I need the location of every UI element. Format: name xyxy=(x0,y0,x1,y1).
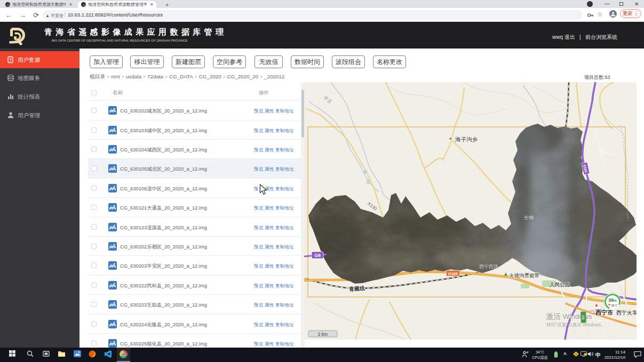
svg-text:中: 中 xyxy=(363,170,368,175)
svg-text:西宁火车: 西宁火车 xyxy=(616,310,637,316)
svg-text:激活 Windows: 激活 Windows xyxy=(546,312,592,320)
svg-text:海子沟乡: 海子沟乡 xyxy=(455,136,478,142)
svg-text:G109: G109 xyxy=(448,271,458,276)
svg-text:2 km: 2 km xyxy=(318,332,328,337)
svg-text:38°C: 38°C xyxy=(611,304,617,307)
svg-text:庄: 庄 xyxy=(366,179,371,184)
svg-text:人民公园: 人民公园 xyxy=(550,281,570,287)
svg-text:转到"设置"以激活 Windows。: 转到"设置"以激活 Windows。 xyxy=(546,322,606,327)
svg-text:西宁西路: 西宁西路 xyxy=(479,264,498,269)
svg-text:生物: 生物 xyxy=(524,215,534,220)
svg-text:火烧沟景观带: 火烧沟景观带 xyxy=(509,272,540,278)
svg-text:青藏线: 青藏线 xyxy=(348,285,365,292)
svg-text:G6: G6 xyxy=(314,253,321,258)
